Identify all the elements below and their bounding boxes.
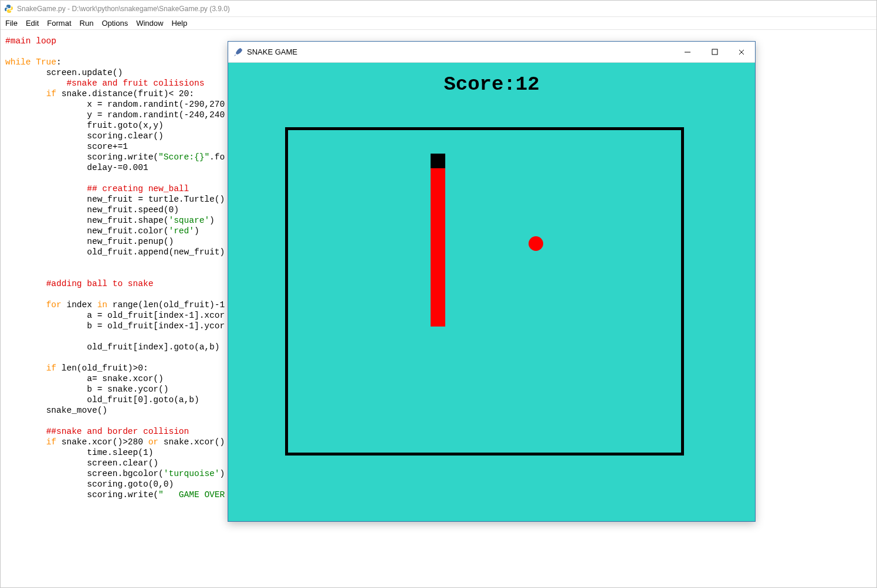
svg-rect-1 [712, 49, 717, 55]
minimize-button[interactable] [674, 42, 701, 63]
idle-code-editor[interactable]: #main loop while True: screen.update() #… [5, 36, 225, 500]
game-title-text: SNAKE GAME [247, 47, 297, 56]
menu-help[interactable]: Help [171, 19, 187, 28]
menu-window[interactable]: Window [136, 19, 163, 28]
game-window: SNAKE GAME Score:12 [228, 41, 756, 522]
close-button[interactable] [728, 42, 755, 63]
tk-feather-icon [233, 47, 242, 57]
idle-menubar: File Edit Format Run Options Window Help [1, 17, 876, 30]
game-canvas[interactable]: Score:12 [228, 63, 755, 521]
maximize-button[interactable] [701, 42, 728, 63]
menu-edit[interactable]: Edit [26, 19, 39, 28]
menu-options[interactable]: Options [101, 19, 128, 28]
menu-file[interactable]: File [5, 19, 18, 28]
game-arena [285, 127, 684, 456]
snake-head [431, 154, 445, 168]
python-idle-icon [4, 4, 13, 13]
snake-body [431, 168, 445, 327]
score-label: Score:12 [228, 73, 755, 96]
game-titlebar[interactable]: SNAKE GAME [228, 42, 755, 63]
menu-format[interactable]: Format [47, 19, 71, 28]
menu-run[interactable]: Run [80, 19, 94, 28]
idle-titlebar[interactable]: SnakeGame.py - D:\work\python\snakegame\… [1, 1, 876, 17]
idle-title-text: SnakeGame.py - D:\work\python\snakegame\… [17, 5, 230, 13]
fruit [529, 236, 543, 251]
